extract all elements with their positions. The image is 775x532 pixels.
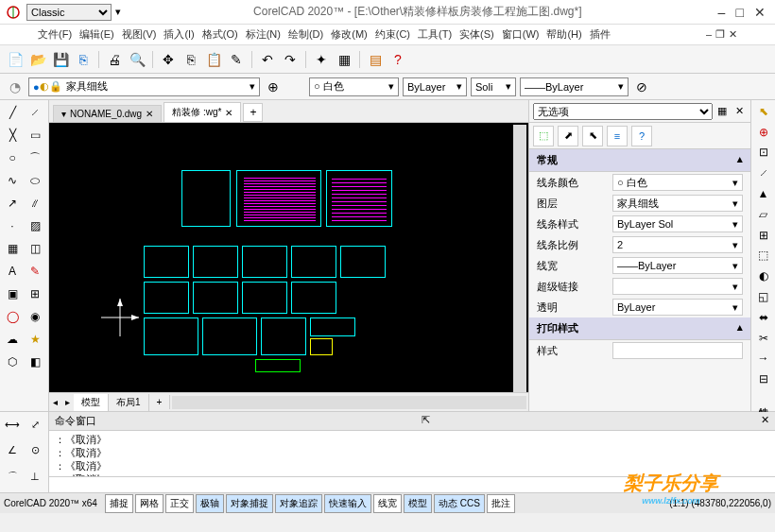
stretch-icon[interactable]: ⬌ [755,310,772,325]
status-toggle[interactable]: 对象追踪 [275,494,322,513]
menu-item[interactable]: 编辑(E) [79,27,114,42]
save-icon[interactable]: 💾 [51,50,70,69]
color-select[interactable]: ○ 白色▾ [309,77,399,96]
circle-icon[interactable]: ○ [2,147,23,168]
command-input[interactable] [49,476,775,492]
panel-options-icon[interactable]: ▦ [713,105,732,117]
pan-icon[interactable]: ✦ [312,50,331,69]
property-value[interactable] [612,342,743,359]
fill-icon[interactable]: ▦ [2,238,23,259]
polygon-icon[interactable]: ⬡ [2,352,23,372]
preview-icon[interactable]: 🔍 [128,50,146,69]
vertical-text-icon[interactable]: 特性 [755,392,772,407]
menu-item[interactable]: 帮助(H) [546,27,581,42]
match-icon[interactable]: ✎ [227,50,246,69]
menu-item[interactable]: 绘制(D) [288,27,323,42]
menu-item[interactable]: 标注(N) [246,27,281,42]
new-icon[interactable]: 📄 [6,50,25,69]
menu-item[interactable]: 文件(F) [38,27,72,42]
polyline-icon[interactable]: ⟋ [25,102,45,123]
block-icon[interactable]: ▣ [2,283,23,304]
star-icon[interactable]: ★ [25,329,45,350]
cmd-close-icon[interactable]: ✕ [761,414,769,428]
selection-filter-select[interactable]: 无选项 [533,103,713,120]
note-icon[interactable]: ✎ [25,261,45,282]
dim-angular-icon[interactable]: ∠ [2,440,23,461]
help-icon[interactable]: ? [388,50,407,69]
doc-minimize-button[interactable]: – [706,28,712,41]
status-toggle[interactable]: 捕捉 [105,494,133,513]
rotate-icon[interactable]: ◐ [755,268,772,283]
property-value[interactable]: ByLayer Sol ▾ [612,215,743,232]
quick-select-icon[interactable]: ⬉ [582,126,603,146]
array-icon[interactable]: ⊞ [755,228,772,243]
layout-tab[interactable]: 布局1 [109,394,149,411]
xline-icon[interactable]: ╳ [2,125,23,146]
mask-icon[interactable]: ◧ [25,352,45,372]
pointer-icon[interactable]: ⬉ [755,104,772,119]
dim-linear-icon[interactable]: ⟷ [2,414,23,435]
linetype-select[interactable]: ByLayer▾ [403,77,467,96]
redo-icon[interactable]: ↷ [281,50,300,69]
tab-nav-left-icon[interactable]: ◂ [49,397,61,407]
status-toggle[interactable]: 正交 [165,494,194,513]
point-icon[interactable]: · [2,215,23,236]
property-value[interactable]: ○ 白色 ▾ [612,174,743,191]
move-icon[interactable]: ⬚ [755,249,772,264]
status-toggle[interactable]: 模型 [404,494,432,513]
layer-prev-icon[interactable]: ⊕ [264,77,283,96]
layer-select[interactable]: ●◐🔒 家具细线 ▾ [28,77,260,96]
dim-ord-icon[interactable]: ⊥ [25,466,45,487]
open-icon[interactable]: 📂 [28,50,47,69]
scale-icon[interactable]: ◱ [755,289,772,304]
property-value[interactable]: ——ByLayer ▾ [612,257,743,274]
group-icon[interactable]: ⊡ [755,146,772,161]
dim-arc-icon[interactable]: ⌒ [2,466,23,487]
region-icon[interactable]: ◫ [25,238,45,259]
ray-icon[interactable]: ↗ [2,193,23,214]
constraint-icon[interactable]: ▦ [335,50,353,69]
menu-item[interactable]: 实体(S) [459,27,494,42]
hatch-icon[interactable]: ▨ [25,215,45,236]
line-icon[interactable]: ╱ [2,102,23,123]
close-icon[interactable]: ✕ [225,108,232,118]
menu-item[interactable]: 视图(V) [122,27,157,42]
doc-close-button[interactable]: ✕ [729,28,737,41]
move-icon[interactable]: ✥ [159,50,178,69]
break-icon[interactable]: ⊟ [755,371,772,386]
zoom-icon[interactable]: ⊕ [755,125,772,140]
mline-icon[interactable]: ⫽ [25,193,45,214]
doc-tab-active[interactable]: 精装修 :wg* ✕ [164,102,241,122]
dim-aligned-icon[interactable]: ⤢ [25,414,45,435]
extend-icon[interactable]: → [755,352,772,367]
trim-icon[interactable]: ✂ [755,331,772,346]
doc-tab-noname[interactable]: ▾ NONAME_0.dwg ✕ [53,105,162,122]
model-tab[interactable]: 模型 [74,394,109,411]
minimize-button[interactable]: – [718,5,726,20]
paste-icon[interactable]: 📋 [204,50,223,69]
erase-icon[interactable]: ⟋ [755,165,772,180]
property-value[interactable]: ByLayer ▾ [612,299,743,316]
menu-item[interactable]: 工具(T) [418,27,452,42]
donut-icon[interactable]: ◉ [25,306,45,327]
menu-item[interactable]: 插入(I) [164,27,194,42]
spline-icon[interactable]: ∿ [2,170,23,191]
ellipse-icon[interactable]: ⬭ [25,170,45,191]
copy-icon[interactable]: ⎘ [181,50,200,69]
status-toggle[interactable]: 极轴 [196,494,224,513]
pick-add-icon[interactable]: ⬚ [533,126,554,146]
property-value[interactable]: 家具细线 ▾ [612,195,743,212]
undo-icon[interactable]: ↶ [258,50,277,69]
lineweight-select[interactable]: ——ByLayer▾ [520,77,629,96]
status-toggle[interactable]: 批注 [487,494,515,513]
drawing-canvas[interactable] [49,123,528,392]
add-layout-button[interactable]: + [149,395,171,409]
horizontal-scrollbar[interactable] [172,396,526,409]
rect-icon[interactable]: ▭ [25,125,45,146]
print-icon[interactable]: 🖨 [105,50,124,69]
select-object-icon[interactable]: ⬈ [558,126,578,146]
status-toggle[interactable]: 网格 [135,494,164,513]
layer-tool-icon[interactable]: ⊘ [632,77,651,96]
menu-item[interactable]: 约束(C) [375,27,410,42]
text-icon[interactable]: A [2,261,23,282]
